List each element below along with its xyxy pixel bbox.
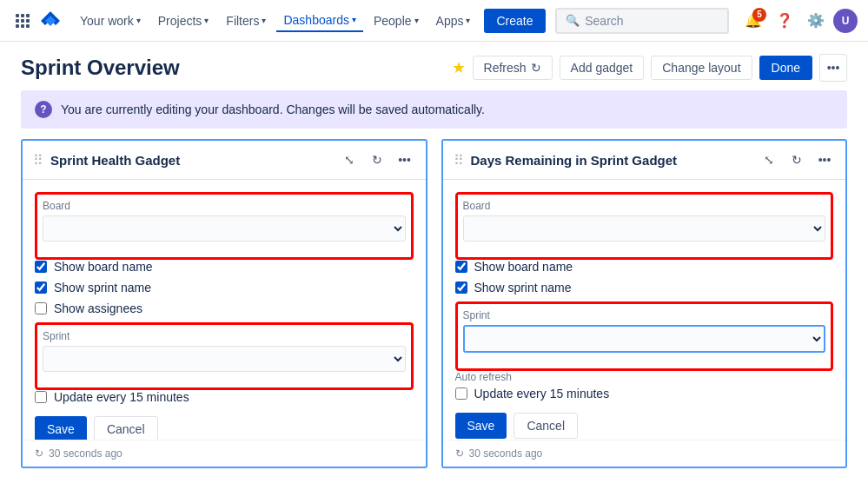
info-icon: ? <box>35 101 52 118</box>
auto-refresh-section-label: Auto refresh <box>455 371 834 383</box>
sprint-label-right: Sprint <box>463 309 826 321</box>
nav-filters[interactable]: Filters ▾ <box>219 10 273 31</box>
chevron-down-icon: ▾ <box>204 16 209 25</box>
svg-rect-6 <box>16 24 19 28</box>
gadget-title-right: Days Remaining in Sprint Gadget <box>471 153 752 168</box>
help-button[interactable]: ❓ <box>771 7 798 35</box>
board-field-wrapper-right: Board <box>455 192 834 260</box>
show-sprint-name-row-right: Show sprint name <box>455 281 834 295</box>
auto-refresh-row-left: Update every 15 minutes <box>35 390 414 404</box>
gadget-body-right: Board Show board name Show sprint name S… <box>443 180 846 440</box>
create-button[interactable]: Create <box>484 9 545 33</box>
refresh-small-icon-right: ↻ <box>455 447 464 460</box>
star-icon[interactable]: ★ <box>452 58 466 77</box>
jira-logo[interactable] <box>38 9 63 33</box>
svg-rect-7 <box>21 24 24 28</box>
gadget-body-left: Board Show board name Show sprint name S… <box>23 180 426 440</box>
sprint-field-wrapper-right: Sprint <box>455 301 834 371</box>
drag-handle-icon-right[interactable]: ⠿ <box>454 152 464 169</box>
navbar: Your work ▾ Projects ▾ Filters ▾ Dashboa… <box>0 0 868 42</box>
minimize-button-left[interactable]: ⤡ <box>339 149 360 170</box>
search-icon: 🔍 <box>566 14 580 27</box>
cancel-button-left[interactable]: Cancel <box>94 416 158 440</box>
notification-button[interactable]: 🔔 5 <box>739 7 767 35</box>
grid-icon[interactable] <box>10 9 35 33</box>
sprint-field-wrapper-left: Sprint <box>35 322 414 390</box>
auto-refresh-checkbox-right[interactable] <box>455 387 467 400</box>
chevron-down-icon: ▾ <box>414 16 419 25</box>
show-assignees-row-left: Show assignees <box>35 301 414 315</box>
nav-your-work[interactable]: Your work ▾ <box>73 10 148 31</box>
auto-refresh-checkbox-left[interactable] <box>35 391 47 403</box>
svg-rect-8 <box>26 24 30 28</box>
refresh-gadget-button-left[interactable]: ↻ <box>367 149 388 170</box>
done-button[interactable]: Done <box>759 56 812 80</box>
nav-people[interactable]: People ▾ <box>367 10 426 31</box>
add-gadget-button[interactable]: Add gadget <box>560 56 645 80</box>
days-remaining-gadget: ⠿ Days Remaining in Sprint Gadget ⤡ ↻ ••… <box>441 139 848 468</box>
search-container: 🔍 Search <box>549 8 737 34</box>
refresh-small-icon-left: ↻ <box>35 447 43 460</box>
show-sprint-name-checkbox-right[interactable] <box>455 281 467 294</box>
change-layout-button[interactable]: Change layout <box>651 56 752 80</box>
minimize-button-right[interactable]: ⤡ <box>759 149 779 170</box>
sprint-field-group-right: Sprint <box>463 309 826 353</box>
sprint-select-left[interactable] <box>43 346 406 372</box>
board-select-right[interactable] <box>463 215 826 242</box>
sprint-health-gadget: ⠿ Sprint Health Gadget ⤡ ↻ ••• Board Sho… <box>21 139 427 468</box>
svg-rect-2 <box>26 14 30 17</box>
search-box[interactable]: 🔍 Search <box>555 8 729 34</box>
svg-rect-3 <box>16 19 19 23</box>
board-select-left[interactable] <box>43 215 406 242</box>
search-placeholder: Search <box>585 14 623 28</box>
gadget-header-right: ⠿ Days Remaining in Sprint Gadget ⤡ ↻ ••… <box>443 141 846 180</box>
show-board-name-checkbox-left[interactable] <box>35 261 47 273</box>
gadget-header-left: ⠿ Sprint Health Gadget ⤡ ↻ ••• <box>23 141 426 180</box>
chevron-down-icon: ▾ <box>262 16 266 25</box>
sprint-field-group-left: Sprint <box>43 330 406 372</box>
more-gadget-button-right[interactable]: ••• <box>814 149 835 170</box>
drag-handle-icon[interactable]: ⠿ <box>33 152 43 169</box>
show-board-name-checkbox-right[interactable] <box>455 261 467 273</box>
gadget-grid: ⠿ Sprint Health Gadget ⤡ ↻ ••• Board Sho… <box>0 139 868 468</box>
board-field-wrapper-left: Board <box>35 192 414 260</box>
avatar[interactable]: U <box>833 9 858 33</box>
board-field-group-right: Board <box>463 200 826 242</box>
chevron-down-icon: ▾ <box>352 15 356 24</box>
board-label-left: Board <box>43 200 406 212</box>
auto-refresh-row-right: Update every 15 minutes <box>455 387 834 401</box>
cancel-button-right[interactable]: Cancel <box>514 413 578 439</box>
save-button-left[interactable]: Save <box>35 416 87 440</box>
nav-apps[interactable]: Apps ▾ <box>429 10 478 31</box>
nav-dashboards[interactable]: Dashboards ▾ <box>276 10 363 32</box>
refresh-button[interactable]: Refresh ↻ <box>473 56 553 80</box>
chevron-down-icon: ▾ <box>466 16 470 25</box>
svg-rect-5 <box>26 19 30 23</box>
show-sprint-name-checkbox-left[interactable] <box>35 281 47 294</box>
save-button-right[interactable]: Save <box>455 413 507 439</box>
show-board-name-row-right: Show board name <box>455 260 834 274</box>
timestamp-right: ↻ 30 seconds ago <box>443 440 846 467</box>
page-header: Sprint Overview ★ Refresh ↻ Add gadget C… <box>0 42 868 90</box>
header-actions: ★ Refresh ↻ Add gadget Change layout Don… <box>452 54 847 82</box>
gadget-title-left: Sprint Health Gadget <box>50 153 332 168</box>
show-assignees-checkbox-left[interactable] <box>35 302 47 315</box>
nav-projects[interactable]: Projects ▾ <box>151 10 216 31</box>
svg-rect-0 <box>16 14 19 17</box>
svg-rect-1 <box>21 14 24 17</box>
more-gadget-button-left[interactable]: ••• <box>394 149 415 170</box>
refresh-icon: ↻ <box>531 61 541 75</box>
refresh-gadget-button-right[interactable]: ↻ <box>786 149 807 170</box>
board-label-right: Board <box>463 200 826 212</box>
edit-banner: ? You are currently editing your dashboa… <box>21 90 847 129</box>
board-field-group-left: Board <box>43 200 406 242</box>
form-buttons-right: Save Cancel <box>455 413 834 439</box>
notification-badge: 5 <box>752 8 766 22</box>
svg-rect-4 <box>21 19 24 23</box>
sprint-select-right[interactable] <box>463 325 826 353</box>
more-button[interactable]: ••• <box>819 54 847 82</box>
settings-button[interactable]: ⚙️ <box>802 7 830 35</box>
show-board-name-row-left: Show board name <box>35 260 414 274</box>
sprint-label-left: Sprint <box>43 330 406 342</box>
nav-actions: 🔔 5 ❓ ⚙️ U <box>739 7 858 35</box>
